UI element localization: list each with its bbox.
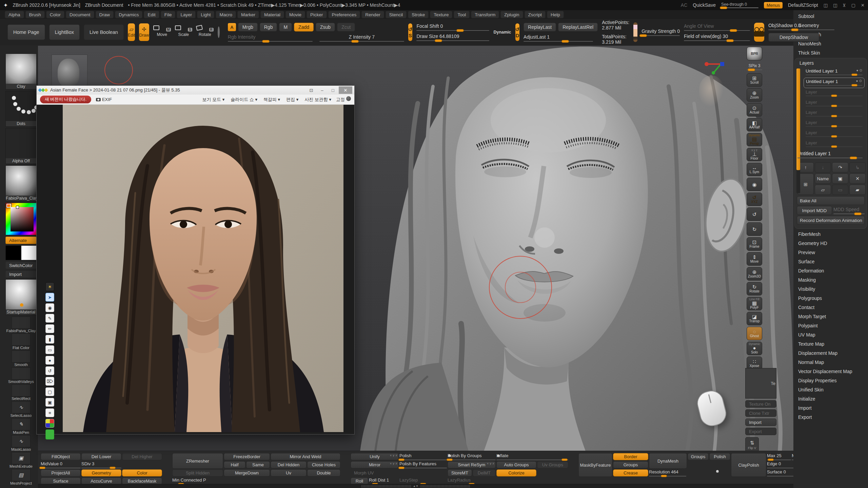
menu-item[interactable]: Draw [96, 11, 114, 18]
tray-item-material[interactable]: Smooth [5, 350, 37, 367]
live-boolean-button[interactable]: Live Boolean [84, 24, 124, 40]
pv-menu-item[interactable]: 슬라이드 쇼 ▾ [231, 97, 257, 103]
draw-size-slider[interactable]: Draw Size 64.88109 [416, 34, 489, 41]
menu-item[interactable]: Stencil [386, 11, 407, 18]
del-lower-button[interactable]: Del Lower [81, 453, 121, 460]
mid-value-slider[interactable]: MidValue 0 [41, 461, 81, 468]
home-page-button[interactable]: Home Page [7, 24, 45, 40]
ghost-button[interactable]: ◌ Ghost [747, 327, 762, 340]
lightbox-button[interactable]: LightBox [49, 24, 80, 40]
texture-export-button[interactable]: Export [745, 428, 776, 435]
menu-item[interactable]: Layer [177, 11, 196, 18]
color-picker[interactable] [5, 203, 37, 235]
adjust-last-slider[interactable]: AdjustLast 1 [524, 34, 593, 42]
store-mt-button[interactable]: StoreMT [448, 469, 472, 476]
frame-button[interactable]: ⊡ Frame [747, 237, 762, 251]
menu-item[interactable]: Edit [144, 11, 159, 18]
reference-photo[interactable] [63, 105, 343, 432]
texture-import-button[interactable]: Import [745, 419, 776, 426]
menu-item[interactable]: Transform [471, 11, 499, 18]
menu-item[interactable]: Document [66, 11, 94, 18]
zadd-button[interactable]: Zadd [294, 23, 314, 32]
layer-row[interactable]: Untitled Layer 1 ●⊙ [804, 67, 865, 77]
dynamesh-polish-button[interactable]: Polish [709, 453, 730, 460]
layer-row[interactable]: Untitled Layer 1 ●⊙ [804, 78, 865, 88]
brush-thumbnail[interactable]: Clay [5, 54, 37, 89]
del-hidden-button[interactable]: Del Hidden [271, 461, 307, 468]
tray-item-brush[interactable]: ✎ MaskPen [5, 418, 37, 434]
flip-v-button[interactable]: ⇅ Flip V [745, 437, 759, 452]
trash-icon[interactable]: ⌦ [45, 377, 54, 386]
default-zscript-button[interactable]: DefaultZScript [788, 2, 818, 8]
spin-y-button[interactable]: ↺ [747, 207, 762, 221]
palette-section[interactable]: Normal Map [793, 358, 868, 367]
see-through-slider[interactable]: See-through 0 [721, 2, 758, 8]
dot-icon[interactable]: ● [45, 356, 54, 365]
minimize-button[interactable]: ⊻ [843, 3, 846, 8]
palette-section[interactable]: Geometry HD [793, 239, 868, 248]
double-button[interactable]: Double [307, 469, 340, 476]
menu-item[interactable]: File [161, 11, 176, 18]
menu-item[interactable]: Light [197, 11, 214, 18]
scrollbar-handle[interactable]: ▲▼ [361, 485, 470, 488]
polish-by-features-slider[interactable]: Polish By Features [399, 461, 447, 468]
move-button[interactable]: M Move [153, 28, 171, 37]
gravity-icon[interactable] [633, 22, 637, 42]
layer-row[interactable]: Layer ●⊙ [804, 99, 865, 108]
saturation-value-area[interactable] [11, 207, 34, 231]
update-notice-button[interactable]: 새 버전이 나왔습니다. [40, 96, 91, 103]
pv-minimize-button[interactable]: – [317, 86, 327, 94]
menu-item[interactable]: Stroke [408, 11, 429, 18]
current-layer-slider[interactable]: Untitled Layer 1 [797, 149, 865, 161]
backface-mask-button[interactable]: BackfaceMask [122, 477, 162, 485]
scroll-button[interactable]: ⊞ Scroll [747, 73, 762, 87]
menus-button[interactable]: Menus [764, 2, 783, 8]
palette-section[interactable]: Surface [793, 257, 868, 266]
menu-item[interactable]: Dynamics [115, 11, 142, 18]
palette-section[interactable]: Display Properties [793, 376, 868, 385]
z-intensity-slider[interactable]: Z Intensity 7 [319, 34, 404, 42]
morph-uv-button[interactable]: Morph UV [351, 469, 399, 476]
restore-button[interactable]: ▢ [851, 3, 855, 8]
layer-branch-button[interactable]: ↳ [849, 162, 866, 172]
delete-layer-button[interactable]: ✕ [849, 174, 866, 184]
palette-section[interactable]: Polygroups [793, 293, 868, 303]
layers-title[interactable]: Layers [797, 60, 865, 67]
texture-thumbnail[interactable]: FabioPaiva_Clay [5, 165, 37, 201]
palette-section[interactable]: Polypaint [793, 321, 868, 330]
mask-by-feature-button[interactable]: MaskByFeature [578, 453, 612, 477]
border-button[interactable]: Border [613, 453, 648, 460]
tray-item-texture[interactable]: FabioPaiva_Clay [5, 317, 37, 333]
angle-of-view-slider[interactable]: Angle Of View [684, 23, 750, 31]
menu-item[interactable]: Color [46, 11, 64, 18]
axis-gizmo[interactable] [703, 57, 728, 75]
menu-item[interactable]: Movie [285, 11, 305, 18]
pencil-icon[interactable]: ✏ [45, 324, 54, 333]
dock-left-icon[interactable]: ◫ [824, 3, 828, 8]
menu-item[interactable]: Alpha [5, 11, 24, 18]
menu-item[interactable]: Zscript [525, 11, 546, 18]
bpr-button[interactable]: BPR [747, 47, 762, 60]
menu-item[interactable]: Macro [216, 11, 236, 18]
palette-section[interactable]: Visibility [793, 284, 868, 293]
polish-slider[interactable]: Polish [399, 453, 447, 460]
edit-button[interactable]: ▱ Edit [128, 23, 135, 41]
stroke-preview-icon[interactable] [218, 26, 220, 38]
field-of-view-slider[interactable]: Field of view(deg) 30 [684, 34, 750, 41]
dynamesh-groups-button[interactable]: Groups [688, 453, 709, 460]
palette-section[interactable]: FiberMesh [793, 229, 868, 239]
aahalf-button[interactable]: ◧ AAHalf [747, 118, 762, 131]
deepshadow-button[interactable]: DeepShadow [768, 33, 819, 42]
menu-item[interactable]: Help [547, 11, 564, 18]
roll-dist-slider[interactable]: Roll Dist 1 [369, 477, 399, 485]
quicksave-button[interactable]: QuickSave [693, 2, 716, 8]
unify-button[interactable]: Unifyx y z [351, 453, 399, 460]
same-button[interactable]: Same [246, 461, 270, 468]
secondary-color-swatch[interactable] [21, 245, 37, 260]
sdiv-slider[interactable]: SDiv 3 [81, 461, 121, 468]
folder-button[interactable]: ▰ [849, 185, 866, 195]
close-button[interactable]: ✕ [861, 3, 865, 8]
persp-button[interactable]: Dynamic ▤ Persp [747, 133, 762, 146]
palette-section[interactable]: UV Map [793, 330, 868, 339]
layer-name-button[interactable]: Name [815, 174, 831, 184]
